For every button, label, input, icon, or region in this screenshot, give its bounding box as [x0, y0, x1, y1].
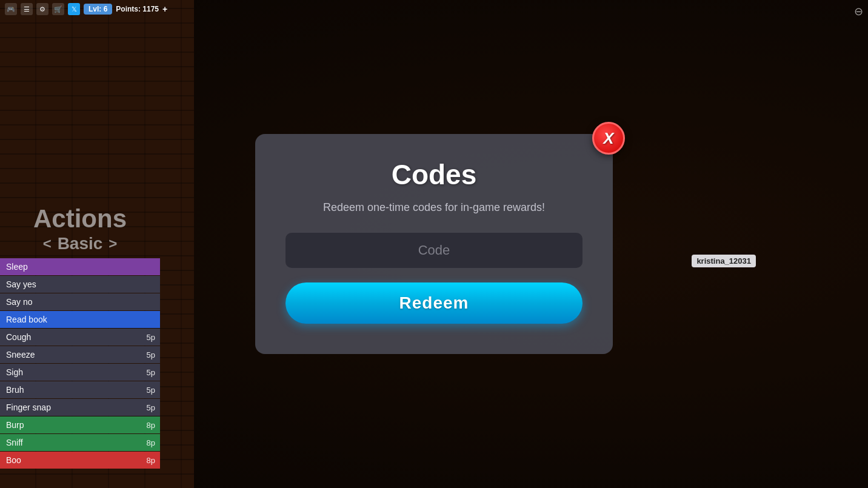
close-icon: X [603, 130, 613, 146]
modal-title: Codes [285, 158, 583, 191]
codes-modal: X Codes Redeem one-time codes for in-gam… [255, 134, 613, 354]
modal-overlay: X Codes Redeem one-time codes for in-gam… [0, 0, 868, 488]
modal-close-button[interactable]: X [592, 122, 625, 155]
modal-subtitle: Redeem one-time codes for in-game reward… [285, 199, 583, 216]
code-input[interactable] [288, 235, 580, 266]
redeem-button[interactable]: Redeem [285, 282, 583, 324]
code-input-wrapper [285, 233, 583, 268]
